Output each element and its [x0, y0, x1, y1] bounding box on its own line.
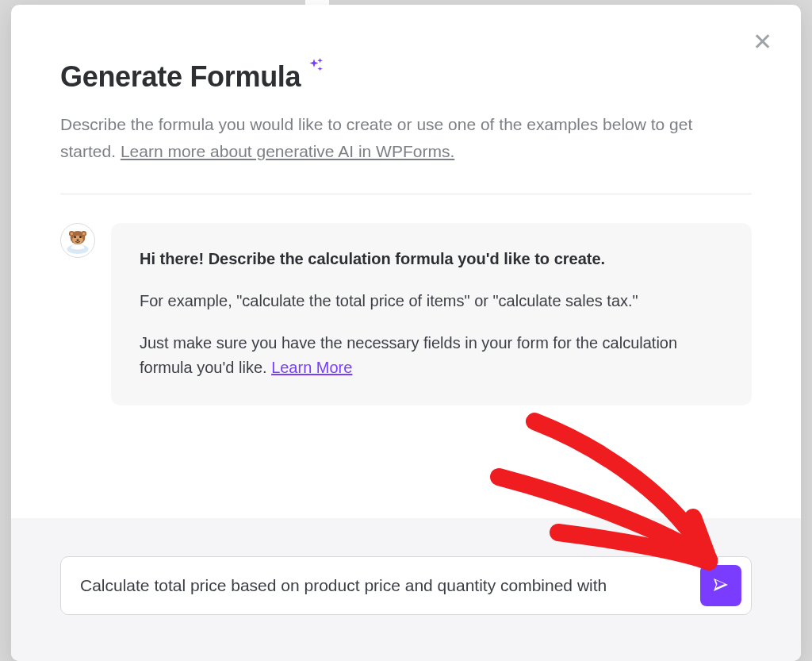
prompt-input[interactable] [80, 576, 689, 595]
divider [60, 194, 752, 194]
svg-point-8 [79, 236, 82, 238]
close-icon: ✕ [753, 29, 772, 55]
svg-point-9 [76, 240, 79, 241]
prompt-input-wrap [60, 556, 752, 615]
assistant-avatar [60, 223, 95, 258]
generate-formula-modal: ✕ Generate Formula Describe the formula … [11, 5, 801, 661]
modal-description: Describe the formula you would like to c… [60, 111, 752, 165]
svg-point-7 [74, 236, 76, 238]
assistant-hint-text: Just make sure you have the necessary fi… [140, 334, 677, 376]
assistant-example: For example, "calculate the total price … [140, 289, 723, 313]
send-icon [711, 575, 730, 597]
close-button[interactable]: ✕ [749, 27, 776, 57]
input-zone [11, 518, 801, 661]
svg-point-5 [71, 233, 73, 235]
svg-point-6 [82, 233, 85, 235]
assistant-greeting: Hi there! Describe the calculation formu… [140, 247, 723, 271]
sparkle-icon [304, 57, 324, 78]
learn-more-link[interactable]: Learn More [271, 359, 352, 376]
learn-more-wpforms-link[interactable]: Learn more about generative AI in WPForm… [121, 142, 454, 160]
assistant-hint: Just make sure you have the necessary fi… [140, 331, 723, 380]
title-row: Generate Formula [60, 60, 752, 94]
send-button[interactable] [700, 565, 741, 606]
assistant-bubble: Hi there! Describe the calculation formu… [111, 223, 752, 405]
modal-title: Generate Formula [60, 60, 301, 94]
modal-body: ✕ Generate Formula Describe the formula … [11, 5, 801, 518]
chat-message: Hi there! Describe the calculation formu… [60, 223, 752, 405]
